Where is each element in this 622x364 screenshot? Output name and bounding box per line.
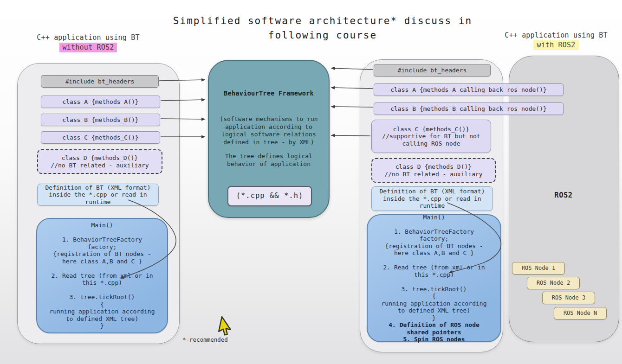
right-include-box: #include bt_headers (374, 64, 491, 77)
left-class-c-box: class C {methods_C()} (41, 131, 160, 144)
left-include-box: #include bt_headers (41, 75, 159, 88)
ros-node-1: ROS Node 1 (512, 262, 565, 275)
framework-files-box: (*.cpp && *.h) (227, 186, 312, 206)
diagram-canvas: Simplified software architecture* discus… (0, 0, 622, 364)
right-column-header: C++ application using BT with ROS2 (493, 31, 619, 50)
left-definition-box: Definition of BT (XML format) inside the… (37, 184, 159, 206)
behaviourtree-framework-box: BehaviourTree Framework (software mechan… (208, 60, 330, 218)
right-class-d-box: class D {methods_D()} //no BT related - … (371, 158, 496, 183)
right-class-c-box: class C {methods_C()} //supportive for B… (371, 120, 491, 153)
left-column-header: C++ application using BT without ROS2 (23, 33, 153, 52)
left-main-box: Main() 1. BehaviorTreeFactory factory; {… (36, 218, 168, 333)
left-class-a-box: class A {methods_A()} (41, 96, 160, 108)
right-class-b-box: class B {methods_B_calling_back_ros_node… (374, 102, 564, 115)
left-column-highlight-without-ros2: without ROS2 (59, 43, 117, 52)
right-main-text: Main() 1. BehaviorTreeFactory factory; {… (382, 214, 487, 322)
left-class-d-box: class D {methods_D()} //no BT related - … (37, 149, 162, 174)
right-class-a-box: class A {methods_A_calling_back_ros_node… (374, 83, 564, 96)
ros-node-n: ROS Node N (554, 307, 607, 319)
ros2-label: ROS2 (509, 191, 618, 199)
right-main-box: Main() 1. BehaviorTreeFactory factory; {… (367, 214, 501, 342)
left-column-header-line: C++ application using BT (23, 33, 153, 43)
right-column-header-line: C++ application using BT (493, 31, 619, 40)
diagram-title: Simplified software architecture* discus… (139, 14, 506, 43)
framework-title: BehaviourTree Framework (209, 89, 329, 97)
right-definition-box: Definition of BT (XML format) inside the… (371, 186, 493, 211)
ros-node-2: ROS Node 2 (527, 277, 580, 289)
mouse-cursor-icon (217, 315, 238, 337)
right-main-ros-steps: 4. Definition of ROS node shared pointer… (389, 321, 479, 343)
framework-tree-note: The tree defines logical behavior of app… (209, 153, 329, 168)
right-column-highlight-with-ros2: with ROS2 (533, 40, 578, 50)
recommended-footnote: *-recommended (182, 336, 228, 343)
left-class-b-box: class B {methods_B()} (41, 114, 160, 126)
framework-description: (software mechanisms to run application … (209, 115, 329, 146)
ros-node-3: ROS Node 3 (542, 292, 595, 304)
